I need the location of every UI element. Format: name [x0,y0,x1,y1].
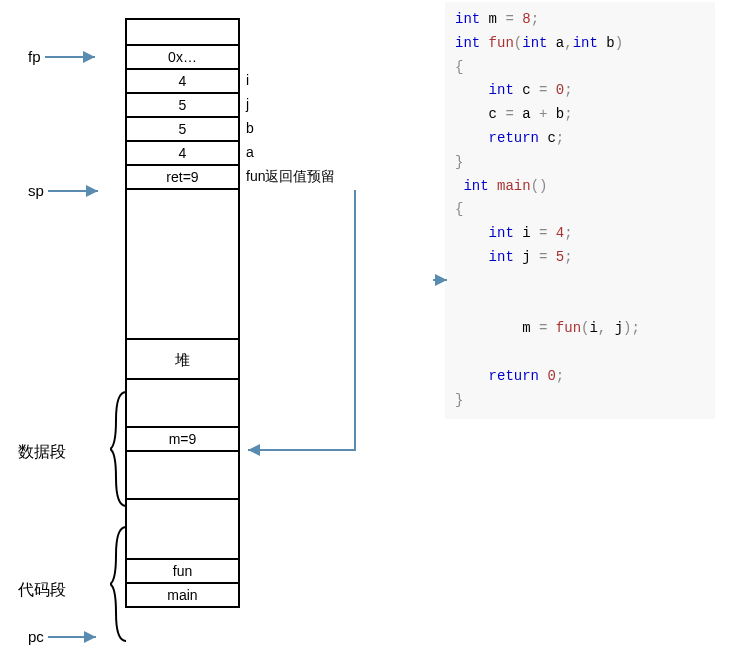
memory-column: 0x… 4 5 5 4 ret=9 堆 m=9 fun main [125,18,240,608]
code-segment-label: 代码段 [18,580,66,601]
heap-cell: 堆 [125,340,240,380]
ann-j: j [246,96,249,112]
pc-pointer: pc [28,628,104,645]
sp-label: sp [28,182,44,199]
stack-cell-fp: 0x… [125,46,240,70]
stack-cell-empty [125,18,240,46]
code-line: c = a + b; [455,103,705,127]
arrow-right-icon [433,274,453,286]
code-panel: int m = 8; int fun(int a,int b) { int c … [445,2,715,419]
brace-icon [110,525,128,643]
sp-pointer: sp [28,182,106,199]
stack-cell-j: 5 [125,94,240,118]
code-line: int main() [455,175,705,199]
code-line: int c = 0; [455,79,705,103]
ann-a: a [246,144,254,160]
code-line: { [455,198,705,222]
code-cell-main: main [125,584,240,608]
stack-gap [125,190,240,340]
code-line: int j = 5; [455,246,705,270]
code-line: return c; [455,127,705,151]
stack-cell-i: 4 [125,70,240,94]
memory-diagram: fp sp pc 0x… 4 5 5 4 ret=9 堆 m=9 fun mai… [10,10,410,650]
code-line: } [455,151,705,175]
arrow-right-icon [48,185,106,197]
brace-icon [110,390,128,508]
stack-cell-b: 5 [125,118,240,142]
code-line: int m = 8; [455,8,705,32]
arrow-right-icon [48,631,104,643]
code-cell-fun: fun [125,560,240,584]
arrow-right-icon [45,51,103,63]
data-cell-m: m=9 [125,428,240,452]
code-line-current: m = fun(i, j); [455,270,705,365]
data-gap-bottom [125,452,240,500]
data-gap-top [125,380,240,428]
code-line: int i = 4; [455,222,705,246]
ann-ret: fun返回值预留 [246,168,335,186]
data-segment-label: 数据段 [18,442,66,463]
pc-label: pc [28,628,44,645]
code-line: { [455,56,705,80]
fp-label: fp [28,48,41,65]
code-line: return 0; [455,365,705,389]
stack-cell-ret: ret=9 [125,166,240,190]
stack-cell-a: 4 [125,142,240,166]
code-line: int fun(int a,int b) [455,32,705,56]
code-line: } [455,389,705,413]
ann-i: i [246,72,249,88]
fp-pointer: fp [28,48,103,65]
ann-b: b [246,120,254,136]
connector-arrow-icon [240,188,370,468]
code-gap [125,500,240,560]
